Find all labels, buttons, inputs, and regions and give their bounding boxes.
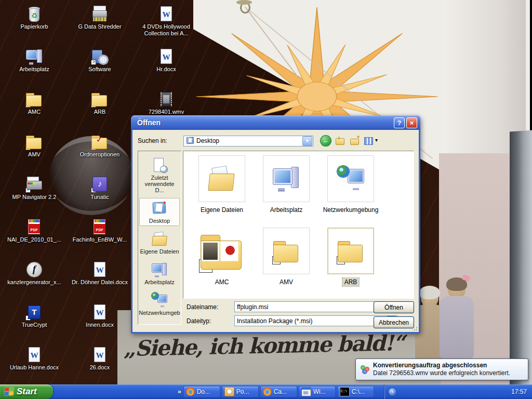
desktop-icon[interactable]: ARB	[69, 86, 131, 129]
folder-icon	[200, 229, 244, 273]
conversion-notification[interactable]: Konvertierungsauftrag abgeschlossen Date…	[355, 358, 528, 380]
help-button[interactable]: ?	[394, 117, 405, 128]
tray-icon[interactable]	[488, 388, 497, 396]
desktop-icons-column-1: Papierkorb Arbeitsplatz AMC AMV MP Navig…	[4, 1, 64, 384]
taskbar-window-button[interactable]: C:\...	[337, 386, 374, 397]
desktop-icon[interactable]: MP Navigator 2.2	[4, 171, 64, 214]
desktop-icon[interactable]: NAI_DE_2010_01_...	[4, 214, 64, 257]
dialog-titlebar[interactable]: Öffnen ? ×	[131, 115, 420, 130]
net-icon	[152, 292, 167, 308]
file-label: Arbeitsplatz	[268, 206, 305, 214]
tray-icons	[399, 388, 507, 396]
timer-icon	[224, 387, 234, 396]
taskbar: Start » Do... Po... Ca... Wi... C:\...	[0, 384, 532, 399]
word-icon	[158, 48, 175, 65]
taskbar-window-button[interactable]: Po...	[222, 386, 259, 397]
tray-icon[interactable]	[429, 388, 437, 396]
folder-icon	[273, 237, 300, 264]
filetype-combobox[interactable]: Installation Package (*.msi) ▼	[234, 315, 397, 326]
desktop-icon[interactable]: AMC	[4, 86, 64, 129]
desktop-icon[interactable]: Urlaub Hanne.docx	[4, 342, 64, 384]
up-one-level-button[interactable]	[335, 136, 345, 146]
desktop-icon[interactable]: kanzlergenerator_x...	[4, 257, 64, 299]
quick-launch-icon[interactable]	[106, 388, 115, 396]
file-list-item[interactable]: ARB	[318, 228, 383, 299]
open-button[interactable]: Öffnen	[374, 301, 414, 313]
tray-icon[interactable]	[399, 388, 408, 396]
tray-icon[interactable]	[458, 388, 467, 396]
new-folder-button[interactable]	[350, 136, 360, 146]
tray-icon[interactable]	[478, 388, 487, 396]
video-icon	[158, 91, 175, 108]
desktop-icon[interactable]: Papierkorb	[4, 1, 64, 44]
desktop-icon[interactable]: Innen.docx	[69, 299, 131, 342]
desktop-icon[interactable]: 4 DVDs Hollywood Collection bei A...	[132, 1, 201, 44]
cancel-button[interactable]: Abbrechen	[374, 316, 414, 328]
file-list-item[interactable]: AMV	[254, 228, 318, 299]
quick-launch-icon[interactable]	[118, 388, 127, 396]
quick-launch-icon[interactable]	[82, 388, 91, 396]
taskbar-clock[interactable]: 17:57	[511, 388, 527, 395]
desktop-icon[interactable]: Dr. Döhner Datei.docx	[69, 257, 131, 299]
ceiling-mount	[236, 0, 252, 5]
quick-launch-icon[interactable]	[142, 388, 151, 396]
desktop-icon[interactable]: 26.docx	[69, 342, 131, 384]
file-list-item[interactable]: Arbeitsplatz	[254, 155, 318, 228]
places-bar-item[interactable]: Netzwerkumgeb	[140, 290, 179, 317]
desktop-icon[interactable]: AMV	[4, 129, 64, 171]
word-icon	[26, 347, 43, 363]
desktop-icon-label: Papierkorb	[20, 23, 48, 30]
comp-icon	[152, 262, 167, 277]
dropdown-arrow-icon[interactable]: ▼	[302, 136, 312, 146]
word-icon	[91, 304, 108, 321]
desktop-icon[interactable]: Fachinfo_EnBW_W...	[69, 214, 131, 257]
view-menu-button[interactable]	[364, 136, 378, 146]
places-bar-item[interactable]: Arbeitsplatz	[140, 260, 179, 287]
tray-icon[interactable]	[438, 388, 447, 396]
desktop-icon[interactable]: Software	[69, 44, 131, 86]
tray-icon[interactable]	[419, 388, 428, 396]
look-in-combobox[interactable]: Desktop ▼	[183, 136, 313, 147]
system-tray: ‹ 17:57	[384, 384, 532, 399]
quick-launch-icon[interactable]	[166, 388, 175, 396]
back-button[interactable]: ←	[321, 136, 331, 146]
start-button[interactable]: Start	[0, 384, 53, 399]
file-list-item[interactable]: Netzwerkumgebung	[318, 155, 383, 228]
taskbar-window-button[interactable]: Wi...	[299, 386, 336, 397]
quick-launch-icon[interactable]	[130, 388, 139, 396]
taskbar-window-button-label: Do...	[197, 388, 210, 395]
quick-launch-icon[interactable]	[70, 388, 79, 396]
quick-launch-icon[interactable]	[154, 388, 163, 396]
desktop-icon[interactable]: G Data Shredder	[69, 1, 131, 44]
desktop-icon[interactable]: TrueCrypt	[4, 299, 64, 342]
file-list-item[interactable]: AMC	[190, 228, 254, 299]
tray-icon[interactable]	[498, 388, 507, 396]
taskbar-window-button[interactable]: Do...	[183, 386, 220, 397]
tray-icon[interactable]	[468, 388, 477, 396]
look-in-value: Desktop	[196, 137, 302, 144]
desktop-icon-label: Ordneroptionen	[80, 151, 119, 158]
close-button[interactable]: ×	[406, 117, 417, 128]
quick-launch-icon[interactable]	[94, 388, 103, 396]
desktop-icon[interactable]: Arbeitsplatz	[4, 44, 64, 86]
places-bar-item[interactable]: Desktop	[140, 198, 179, 225]
desktop-icon-label: Arbeitsplatz	[19, 66, 49, 73]
places-bar-item[interactable]: Eigene Dateien	[140, 229, 179, 256]
taskbar-window-button-label: Wi...	[313, 388, 326, 395]
filename-combobox[interactable]: ffplugin.msi ▼	[234, 301, 397, 312]
quick-launch-icon[interactable]	[58, 388, 67, 396]
taskbar-window-button[interactable]: Ca...	[260, 386, 297, 397]
desktop-icon[interactable]: Tunatic	[69, 171, 131, 214]
folder-icon	[91, 134, 108, 150]
places-bar-item-label: Desktop	[149, 218, 170, 224]
desktop-icon[interactable]: Hr.docx	[132, 44, 201, 86]
folder-icon	[91, 91, 108, 108]
tray-expand-chevron-icon[interactable]: ‹	[389, 388, 396, 396]
tray-icon[interactable]	[409, 388, 418, 396]
desktop-icon-label: Hr.docx	[156, 66, 176, 73]
quick-launch-overflow-chevron-icon[interactable]: »	[178, 388, 181, 395]
tray-icon[interactable]	[448, 388, 457, 396]
desktop-icon[interactable]: Ordneroptionen	[69, 129, 131, 171]
places-bar-item[interactable]: Zuletzt verwendete D...	[140, 155, 179, 195]
file-list-item[interactable]: Eigene Dateien	[190, 155, 254, 228]
